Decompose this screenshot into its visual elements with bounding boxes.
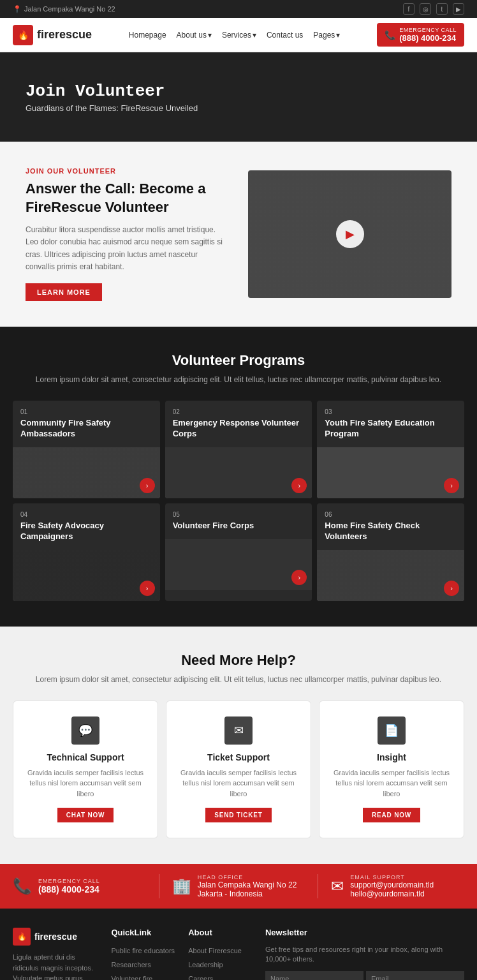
learn-more-button[interactable]: LEARN MORE (26, 283, 102, 301)
nav-pages[interactable]: Pages ▾ (313, 31, 340, 40)
program-arrow-1[interactable]: › (140, 478, 155, 493)
chevron-down-icon-2: ▾ (253, 31, 256, 40)
newsletter-desc: Get free tips and resources right in you… (265, 945, 464, 965)
about-links-list: About Firerescue Leadership Careers Arti… (188, 945, 253, 980)
program-card-5[interactable]: 05 Volunteer Fire Corps › (165, 503, 312, 601)
help-title: Need More Help? (13, 652, 464, 669)
strip-call: 📞 EMERGENCY CALL (888) 4000-234 (13, 877, 146, 895)
newsletter-email-input[interactable] (366, 971, 464, 980)
newsletter-name-input[interactable] (265, 971, 363, 980)
quicklink-3[interactable]: Volunteer fire service (111, 975, 152, 980)
program-img-2: › (165, 447, 312, 498)
phone-icon: 📞 (385, 30, 395, 40)
read-now-button[interactable]: READ NOW (363, 808, 420, 822)
about-link-3[interactable]: Careers (188, 975, 213, 980)
volunteer-intro-left: JOIN OUR VOLUNTEER Answer the Call: Beco… (26, 167, 229, 301)
program-arrow-3[interactable]: › (444, 478, 459, 493)
help-section: Need More Help? Lorem ipsum dolor sit am… (0, 627, 477, 865)
footer-brand: 🔥 firerescue Ligula aptent dui dis ridic… (13, 928, 98, 980)
volunteer-title: Answer the Call: Become a FireRescue Vol… (26, 180, 229, 216)
program-img-5: › (165, 539, 312, 590)
emergency-strip: 📞 EMERGENCY CALL (888) 4000-234 🏢 HEAD O… (0, 864, 477, 909)
program-name-4: Fire Safety Advocacy Campaigners (20, 521, 152, 542)
nav-services[interactable]: Services ▾ (222, 31, 256, 40)
programs-section: Volunteer Programs Lorem ipsum dolor sit… (0, 327, 477, 627)
chat-icon: 💬 (71, 716, 99, 745)
programs-grid: 01 Community Fire Safety Ambassadors › 0… (13, 401, 464, 601)
twitter-icon[interactable]: t (436, 3, 448, 15)
emergency-number: (888) 4000-234 (399, 33, 457, 43)
office-icon: 🏢 (172, 877, 191, 895)
hero-section: Join Volunteer Guardians of the Flames: … (0, 52, 477, 142)
help-card-title-1: Technical Support (24, 752, 147, 762)
instagram-icon[interactable]: ◎ (420, 3, 431, 15)
program-num-6: 06 (325, 511, 457, 518)
about-title: About (188, 928, 253, 937)
program-img-4: › (13, 550, 160, 601)
strip-call-number: (888) 4000-234 (38, 884, 100, 895)
hero-content: Join Volunteer Guardians of the Flames: … (26, 82, 198, 113)
program-name-2: Emergency Response Volunteer Corps (173, 418, 305, 440)
about-link-2[interactable]: Leadership (188, 961, 223, 969)
program-card-1[interactable]: 01 Community Fire Safety Ambassadors › (13, 401, 160, 498)
emergency-call-btn[interactable]: 📞 EMERGENCY CALL (888) 4000-234 (377, 23, 464, 47)
logo-text: firerescue (37, 28, 92, 41)
logo[interactable]: 🔥 firerescue (13, 25, 92, 45)
program-arrow-4[interactable]: › (140, 581, 155, 596)
help-card-title-3: Insight (330, 752, 453, 762)
header: 🔥 firerescue Homepage About us ▾ Service… (0, 18, 477, 52)
youtube-icon[interactable]: ▶ (453, 3, 464, 15)
nav-homepage[interactable]: Homepage (129, 31, 166, 40)
quicklink-2[interactable]: Researchers (111, 961, 150, 969)
ticket-icon: ✉ (224, 716, 253, 745)
strip-office-address: Jalan Cempaka Wangi No 22 (198, 880, 297, 889)
help-card-desc-3: Gravida iaculis semper facilisis lectus … (330, 768, 453, 799)
program-card-6[interactable]: 06 Home Fire Safety Check Volunteers › (317, 503, 464, 601)
chevron-down-icon: ▾ (208, 31, 212, 40)
newsletter-title: Newsletter (265, 928, 464, 937)
facebook-icon[interactable]: f (403, 3, 415, 15)
program-num-1: 01 (20, 408, 152, 415)
program-card-4[interactable]: 04 Fire Safety Advocacy Campaigners › (13, 503, 160, 601)
program-arrow-5[interactable]: › (291, 570, 307, 585)
send-ticket-button[interactable]: SEND TICKET (205, 808, 271, 822)
program-img-1: › (13, 447, 160, 498)
chevron-down-icon-3: ▾ (336, 31, 340, 40)
program-card-3[interactable]: 03 Youth Fire Safety Education Program › (317, 401, 464, 498)
quicklinks-list: Public fire educators Researchers Volunt… (111, 945, 175, 980)
program-num-2: 02 (173, 408, 305, 415)
strip-office: 🏢 HEAD OFFICE Jalan Cempaka Wangi No 22 … (159, 874, 305, 898)
quicklinks-title: QuickLink (111, 928, 175, 937)
video-thumbnail[interactable]: ▶ (248, 170, 451, 298)
footer: 🔥 firerescue Ligula aptent dui dis ridic… (0, 909, 477, 980)
nav-contact[interactable]: Contact us (267, 31, 303, 40)
help-card-desc-2: Gravida iaculis semper facilisis lectus … (177, 768, 300, 799)
topbar-socials: f ◎ t ▶ (403, 3, 464, 15)
about-link-1[interactable]: About Firerescue (188, 947, 242, 954)
footer-quicklinks: QuickLink Public fire educators Research… (111, 928, 175, 980)
program-num-4: 04 (20, 511, 152, 518)
program-arrow-6[interactable]: › (444, 581, 459, 596)
strip-call-label: EMERGENCY CALL (38, 878, 100, 884)
program-name-6: Home Fire Safety Check Volunteers (325, 521, 457, 542)
program-name-1: Community Fire Safety Ambassadors (20, 418, 152, 440)
program-num-5: 05 (173, 511, 305, 518)
chat-now-button[interactable]: CHAT NOW (57, 808, 114, 822)
newsletter-inputs (265, 971, 464, 980)
help-card-insight: 📄 Insight Gravida iaculis semper facilis… (319, 701, 464, 839)
footer-about: About About Firerescue Leadership Career… (188, 928, 253, 980)
address-text: Jalan Cempaka Wangi No 22 (24, 5, 115, 13)
program-card-2[interactable]: 02 Emergency Response Volunteer Corps › (165, 401, 312, 498)
quicklink-1[interactable]: Public fire educators (111, 947, 175, 954)
main-nav: Homepage About us ▾ Services ▾ Contact u… (129, 31, 341, 40)
nav-about[interactable]: About us ▾ (177, 31, 212, 40)
emergency-label: EMERGENCY CALL (399, 27, 457, 33)
location-icon: 📍 (13, 5, 22, 13)
topbar: 📍 Jalan Cempaka Wangi No 22 f ◎ t ▶ (0, 0, 477, 18)
strip-email-1: support@yourdomain.tld (350, 880, 434, 889)
play-button[interactable]: ▶ (336, 220, 364, 248)
help-card-title-2: Ticket Support (177, 752, 300, 762)
footer-logo-text: firerescue (34, 932, 77, 942)
volunteer-desc: Curabitur litora suspendisse auctor moll… (26, 224, 229, 273)
program-arrow-2[interactable]: › (291, 478, 307, 493)
